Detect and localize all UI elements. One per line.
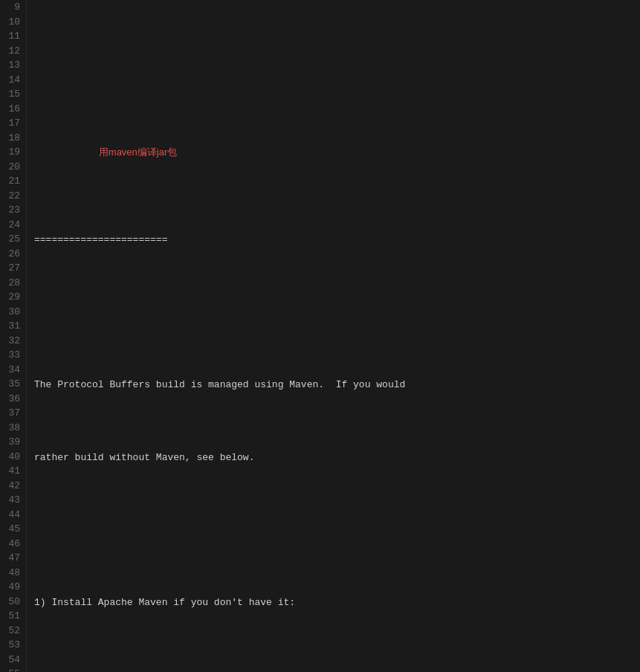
line-num-40: 40 bbox=[6, 450, 20, 465]
line-num-13: 13 bbox=[6, 58, 20, 73]
line-num-44: 44 bbox=[6, 508, 20, 523]
annotation-maven-title: 用maven编译jar包 bbox=[99, 146, 177, 158]
line-num-17: 17 bbox=[6, 116, 20, 131]
line-num-10: 10 bbox=[6, 15, 20, 30]
line-num-26: 26 bbox=[6, 247, 20, 262]
line-num-42: 42 bbox=[6, 479, 20, 494]
line-num-30: 30 bbox=[6, 305, 20, 320]
line-num-48: 48 bbox=[6, 566, 20, 581]
line-num-19: 19 bbox=[6, 145, 20, 160]
line-num-11: 11 bbox=[6, 29, 20, 44]
line-num-38: 38 bbox=[6, 421, 20, 436]
line-num-25: 25 bbox=[6, 232, 20, 247]
line-num-45: 45 bbox=[6, 522, 20, 537]
code-line-16: 1) Install Apache Maven if you don't hav… bbox=[34, 595, 640, 610]
code-line-13: The Protocol Buffers build is managed us… bbox=[34, 378, 640, 392]
code-line-11: ======================= bbox=[34, 233, 640, 248]
code-line-10: 用maven编译jar包 bbox=[34, 116, 640, 175]
line-num-9: 9 bbox=[6, 0, 20, 15]
line-num-43: 43 bbox=[6, 493, 20, 508]
code-line-12 bbox=[34, 306, 640, 320]
code-line-15 bbox=[34, 523, 640, 537]
line-num-21: 21 bbox=[6, 174, 20, 189]
line-num-18: 18 bbox=[6, 131, 20, 146]
line-num-36: 36 bbox=[6, 392, 20, 407]
line-num-35: 35 bbox=[6, 377, 20, 392]
line-num-20: 20 bbox=[6, 160, 20, 175]
content-area: 用maven编译jar包 ======================= The… bbox=[27, 0, 640, 672]
line-num-34: 34 bbox=[6, 363, 20, 378]
line-num-37: 37 bbox=[6, 406, 20, 421]
line-num-15: 15 bbox=[6, 87, 20, 102]
code-line-9 bbox=[34, 44, 640, 59]
line-numbers: 9 10 11 12 13 14 15 16 17 18 19 20 21 22… bbox=[0, 0, 27, 672]
editor-container: 9 10 11 12 13 14 15 16 17 18 19 20 21 22… bbox=[0, 0, 640, 672]
line-num-28: 28 bbox=[6, 276, 20, 291]
line-num-39: 39 bbox=[6, 435, 20, 450]
line-num-14: 14 bbox=[6, 73, 20, 88]
line-num-52: 52 bbox=[6, 624, 20, 639]
line-num-16: 16 bbox=[6, 102, 20, 117]
line-num-55: 55 bbox=[6, 667, 20, 672]
line-num-49: 49 bbox=[6, 580, 20, 595]
line-num-51: 51 bbox=[6, 609, 20, 624]
line-num-31: 31 bbox=[6, 319, 20, 334]
line-num-32: 32 bbox=[6, 334, 20, 349]
line-num-53: 53 bbox=[6, 638, 20, 653]
line-num-41: 41 bbox=[6, 464, 20, 479]
line-num-24: 24 bbox=[6, 218, 20, 233]
line-num-27: 27 bbox=[6, 261, 20, 276]
line-num-33: 33 bbox=[6, 348, 20, 363]
line-num-23: 23 bbox=[6, 203, 20, 218]
line-num-50: 50 bbox=[6, 595, 20, 610]
code-line-17 bbox=[34, 668, 640, 672]
line-num-29: 29 bbox=[6, 290, 20, 305]
line-num-22: 22 bbox=[6, 189, 20, 204]
line-num-54: 54 bbox=[6, 653, 20, 668]
line-num-47: 47 bbox=[6, 551, 20, 566]
line-num-12: 12 bbox=[6, 44, 20, 59]
line-num-46: 46 bbox=[6, 537, 20, 552]
code-line-14: rather build without Maven, see below. bbox=[34, 450, 640, 465]
